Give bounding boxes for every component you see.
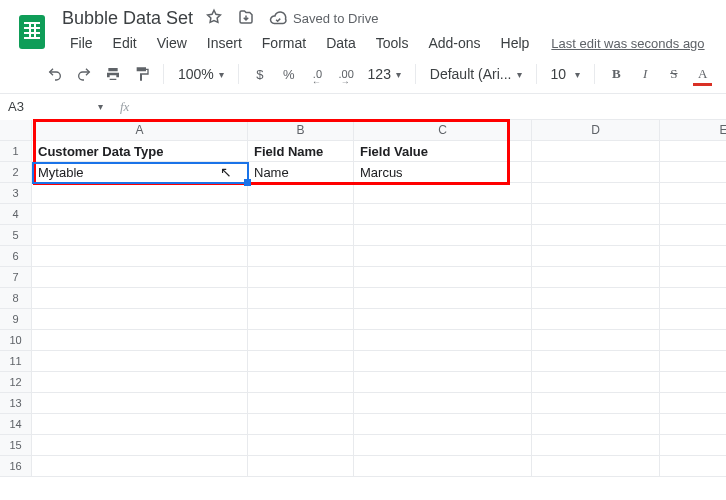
row-header-14[interactable]: 14 (0, 414, 32, 435)
cell-D4[interactable] (532, 204, 660, 225)
cell-B8[interactable] (248, 288, 354, 309)
redo-button[interactable] (73, 61, 96, 87)
cell-B15[interactable] (248, 435, 354, 456)
cell-E6[interactable] (660, 246, 726, 267)
star-icon[interactable] (205, 8, 223, 29)
last-edit-link[interactable]: Last edit was seconds ago (551, 36, 704, 51)
currency-button[interactable]: $ (249, 61, 272, 87)
column-header-B[interactable]: B (248, 120, 354, 141)
spreadsheet-grid[interactable]: ABCDE1Customer Data TypeField NameField … (0, 120, 726, 477)
row-header-12[interactable]: 12 (0, 372, 32, 393)
cell-A2[interactable]: Mytable (32, 162, 248, 183)
italic-button[interactable]: I (634, 61, 657, 87)
cell-E8[interactable] (660, 288, 726, 309)
select-all-corner[interactable] (0, 120, 32, 141)
cell-E16[interactable] (660, 456, 726, 477)
row-header-13[interactable]: 13 (0, 393, 32, 414)
cell-B12[interactable] (248, 372, 354, 393)
cell-B11[interactable] (248, 351, 354, 372)
font-size-select[interactable]: 10▾ (546, 66, 584, 82)
cell-D7[interactable] (532, 267, 660, 288)
cell-D14[interactable] (532, 414, 660, 435)
cell-B4[interactable] (248, 204, 354, 225)
strikethrough-button[interactable]: S (663, 61, 686, 87)
cell-D6[interactable] (532, 246, 660, 267)
column-header-D[interactable]: D (532, 120, 660, 141)
cell-A6[interactable] (32, 246, 248, 267)
cell-B6[interactable] (248, 246, 354, 267)
cell-D16[interactable] (532, 456, 660, 477)
cell-A14[interactable] (32, 414, 248, 435)
bold-button[interactable]: B (605, 61, 628, 87)
cell-A10[interactable] (32, 330, 248, 351)
cell-A15[interactable] (32, 435, 248, 456)
cell-B3[interactable] (248, 183, 354, 204)
row-header-16[interactable]: 16 (0, 456, 32, 477)
cell-C6[interactable] (354, 246, 532, 267)
cell-E14[interactable] (660, 414, 726, 435)
cell-C15[interactable] (354, 435, 532, 456)
name-box[interactable] (0, 94, 90, 120)
increase-decimal-button[interactable]: .00→ (335, 61, 358, 87)
row-header-2[interactable]: 2 (0, 162, 32, 183)
cell-D11[interactable] (532, 351, 660, 372)
cell-E3[interactable] (660, 183, 726, 204)
row-header-9[interactable]: 9 (0, 309, 32, 330)
row-header-7[interactable]: 7 (0, 267, 32, 288)
formula-bar[interactable] (139, 94, 726, 119)
menu-tools[interactable]: Tools (368, 31, 417, 55)
cell-C10[interactable] (354, 330, 532, 351)
move-icon[interactable] (237, 8, 255, 29)
menu-data[interactable]: Data (318, 31, 364, 55)
cell-B1[interactable]: Field Name (248, 141, 354, 162)
cell-A9[interactable] (32, 309, 248, 330)
cell-B14[interactable] (248, 414, 354, 435)
cell-D12[interactable] (532, 372, 660, 393)
cell-D9[interactable] (532, 309, 660, 330)
column-header-A[interactable]: A (32, 120, 248, 141)
cell-C8[interactable] (354, 288, 532, 309)
cell-A5[interactable] (32, 225, 248, 246)
cell-C14[interactable] (354, 414, 532, 435)
document-title[interactable]: Bubble Data Set (62, 8, 193, 29)
cell-A16[interactable] (32, 456, 248, 477)
font-select[interactable]: Default (Ari...▾ (426, 66, 526, 82)
cell-B7[interactable] (248, 267, 354, 288)
cell-D1[interactable] (532, 141, 660, 162)
cell-C13[interactable] (354, 393, 532, 414)
cell-A13[interactable] (32, 393, 248, 414)
cell-D15[interactable] (532, 435, 660, 456)
cell-A12[interactable] (32, 372, 248, 393)
cell-C3[interactable] (354, 183, 532, 204)
cell-B16[interactable] (248, 456, 354, 477)
menu-insert[interactable]: Insert (199, 31, 250, 55)
number-format-select[interactable]: 123▾ (364, 66, 405, 82)
cell-D10[interactable] (532, 330, 660, 351)
menu-edit[interactable]: Edit (105, 31, 145, 55)
row-header-6[interactable]: 6 (0, 246, 32, 267)
menu-addons[interactable]: Add-ons (420, 31, 488, 55)
cell-C16[interactable] (354, 456, 532, 477)
cell-E15[interactable] (660, 435, 726, 456)
cell-C1[interactable]: Field Value (354, 141, 532, 162)
cell-E11[interactable] (660, 351, 726, 372)
cell-A1[interactable]: Customer Data Type (32, 141, 248, 162)
cell-D8[interactable] (532, 288, 660, 309)
row-header-4[interactable]: 4 (0, 204, 32, 225)
cell-B13[interactable] (248, 393, 354, 414)
zoom-select[interactable]: 100%▾ (174, 66, 228, 82)
row-header-1[interactable]: 1 (0, 141, 32, 162)
menu-help[interactable]: Help (493, 31, 538, 55)
column-header-C[interactable]: C (354, 120, 532, 141)
cell-A8[interactable] (32, 288, 248, 309)
cell-C7[interactable] (354, 267, 532, 288)
menu-file[interactable]: File (62, 31, 101, 55)
cell-B9[interactable] (248, 309, 354, 330)
cell-C2[interactable]: Marcus (354, 162, 532, 183)
paint-format-button[interactable] (130, 61, 153, 87)
cell-E13[interactable] (660, 393, 726, 414)
decrease-decimal-button[interactable]: .0← (306, 61, 329, 87)
sheets-logo[interactable] (12, 12, 52, 52)
cell-A11[interactable] (32, 351, 248, 372)
undo-button[interactable] (44, 61, 67, 87)
